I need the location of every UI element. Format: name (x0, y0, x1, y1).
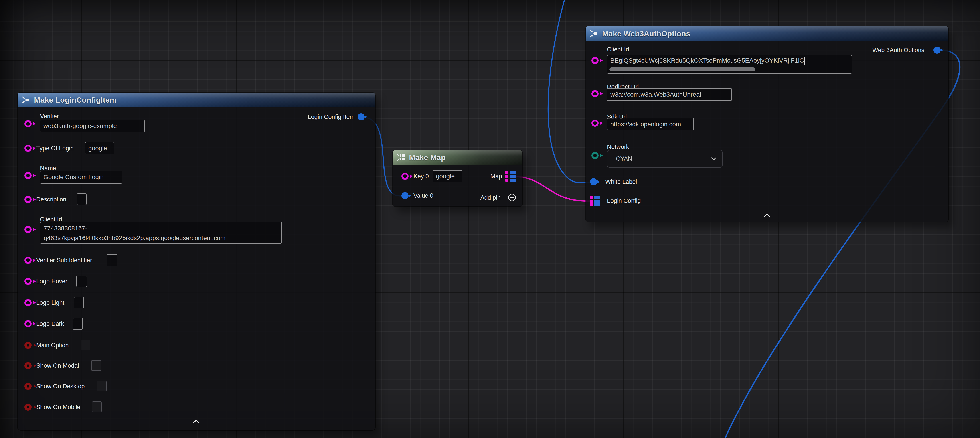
make-struct-icon (590, 29, 598, 38)
show-on-modal-checkbox[interactable] (91, 360, 101, 371)
show-on-desktop-checkbox[interactable] (97, 381, 107, 392)
network-dropdown[interactable]: CYAN (607, 150, 722, 167)
input-pin-client-id[interactable] (24, 226, 32, 233)
make-struct-icon (22, 96, 30, 104)
input-pin-type-of-login[interactable] (24, 145, 32, 152)
sdk-url-value: https://sdk.openlogin.com (610, 121, 681, 128)
input-pin-login-config[interactable] (590, 196, 600, 206)
logo-light-field[interactable] (74, 297, 84, 309)
pin-label-show-on-modal: Show On Modal (36, 362, 79, 370)
node-header[interactable]: Make Map (393, 150, 522, 165)
input-pin-show-on-mobile[interactable] (24, 403, 32, 411)
logo-dark-field[interactable] (73, 318, 83, 330)
input-pin-description[interactable] (24, 196, 32, 203)
type-of-login-value: google (88, 145, 107, 152)
pin-label-show-on-mobile: Show On Mobile (36, 403, 80, 411)
input-pin-white-label[interactable] (590, 178, 597, 185)
client-id-line2: q463s7kpvja16l4l0kko3nb925ikds2p.apps.go… (44, 233, 278, 243)
make-map-icon (396, 153, 406, 162)
input-pin-key-0[interactable] (401, 173, 409, 180)
input-pin-verifier-sub-identifier[interactable] (24, 256, 32, 264)
node-title: Make Web3AuthOptions (602, 29, 690, 38)
client-id-line1: 774338308167- (44, 223, 278, 233)
text-caret (804, 57, 805, 65)
input-pin-redirect-url[interactable] (592, 90, 598, 97)
pin-label-value-0: Value 0 (414, 192, 433, 199)
pin-label-white-label: White Label (605, 178, 637, 186)
output-pin-label-map: Map (490, 172, 502, 180)
output-pin-login-config-item[interactable] (358, 113, 365, 120)
collapse-node-chevron-up-icon[interactable] (193, 419, 200, 423)
pin-label-description: Description (36, 196, 66, 203)
input-pin-main-option[interactable] (24, 342, 32, 349)
pin-label-client-id: Client Id (607, 46, 629, 53)
pin-label-network: Network (607, 143, 629, 151)
add-pin-plus-icon[interactable] (508, 193, 517, 202)
show-on-mobile-checkbox[interactable] (92, 401, 102, 412)
name-field[interactable]: Google Custom Login (40, 171, 123, 184)
add-pin-label: Add pin (480, 194, 501, 201)
redirect-url-value: w3a://com.w3a.Web3AuthUnreal (610, 91, 701, 98)
network-selected-value: CYAN (616, 155, 632, 162)
node-header[interactable]: Make Web3AuthOptions (586, 26, 948, 41)
wire-map-to-login-config[interactable] (516, 177, 590, 201)
blueprint-graph-canvas[interactable]: Make LoginConfigItem Login Config Item V… (0, 0, 980, 438)
pin-label-verifier-sub-identifier: Verifier Sub Identifier (36, 256, 92, 264)
redirect-url-field[interactable]: w3a://com.w3a.Web3AuthUnreal (607, 88, 732, 101)
main-option-checkbox[interactable] (81, 339, 90, 350)
node-make-web3authoptions[interactable]: Make Web3AuthOptions Web 3Auth Options C… (586, 26, 948, 222)
node-title: Make LoginConfigItem (34, 96, 116, 104)
input-pin-show-on-desktop[interactable] (24, 383, 32, 390)
pin-label-key-0: Key 0 (414, 172, 429, 180)
input-pin-logo-hover[interactable] (24, 278, 32, 285)
type-of-login-field[interactable]: google (85, 142, 115, 154)
pin-label-logo-dark: Logo Dark (36, 320, 64, 328)
pin-label-main-option: Main Option (36, 341, 69, 349)
pin-label-logo-light: Logo Light (36, 299, 64, 306)
chevron-down-icon (711, 157, 716, 161)
input-pin-logo-dark[interactable] (24, 320, 32, 327)
key-0-field[interactable]: google (433, 170, 462, 182)
input-pin-verifier[interactable] (24, 120, 32, 127)
logo-hover-field[interactable] (76, 276, 87, 287)
sdk-url-field[interactable]: https://sdk.openlogin.com (607, 118, 694, 130)
collapse-node-chevron-up-icon[interactable] (764, 213, 770, 217)
input-pin-logo-light[interactable] (24, 299, 32, 306)
client-id-field[interactable]: BEglQSgt4cUWcj6SKRdu5QkOXTsePmMcusG5EAoy… (607, 55, 852, 74)
output-pin-web3auth-options[interactable] (934, 46, 940, 54)
client-id-value: BEglQSgt4cUWcj6SKRdu5QkOXTsePmMcusG5EAoy… (610, 57, 804, 64)
verifier-field[interactable]: web3auth-google-example (40, 119, 145, 132)
output-pin-label: Login Config Item (307, 113, 355, 121)
description-field[interactable] (77, 193, 87, 205)
verifier-value: web3auth-google-example (43, 123, 117, 129)
input-pin-show-on-modal[interactable] (24, 362, 32, 369)
client-id-field[interactable]: 774338308167- q463s7kpvja16l4l0kko3nb925… (40, 222, 282, 244)
node-make-map[interactable]: Make Map Key 0 google Value 0 Map Add pi… (393, 150, 522, 206)
input-pin-client-id[interactable] (592, 57, 598, 64)
pin-label-logo-hover: Logo Hover (36, 277, 67, 285)
wire-offscreen-to-white-label[interactable] (548, 0, 590, 183)
input-pin-sdk-url[interactable] (592, 119, 598, 127)
pin-label-type-of-login: Type Of Login (36, 145, 74, 152)
pin-label-verifier: Verifier (40, 112, 59, 120)
hscrollbar-thumb[interactable] (609, 67, 755, 71)
verifier-sub-identifier-field[interactable] (107, 254, 118, 266)
node-header[interactable]: Make LoginConfigItem (18, 92, 375, 107)
pin-label-login-config: Login Config (607, 197, 641, 204)
output-pin-map[interactable] (505, 171, 516, 182)
output-pin-label: Web 3Auth Options (872, 46, 924, 54)
pin-label-show-on-desktop: Show On Desktop (36, 382, 85, 390)
input-pin-network[interactable] (592, 152, 598, 159)
node-make-loginconfigitem[interactable]: Make LoginConfigItem Login Config Item V… (18, 92, 375, 430)
node-title: Make Map (409, 153, 446, 162)
key-0-value: google (436, 173, 455, 180)
name-value: Google Custom Login (43, 174, 104, 181)
input-pin-value-0[interactable] (401, 192, 409, 199)
input-pin-name[interactable] (24, 172, 32, 179)
